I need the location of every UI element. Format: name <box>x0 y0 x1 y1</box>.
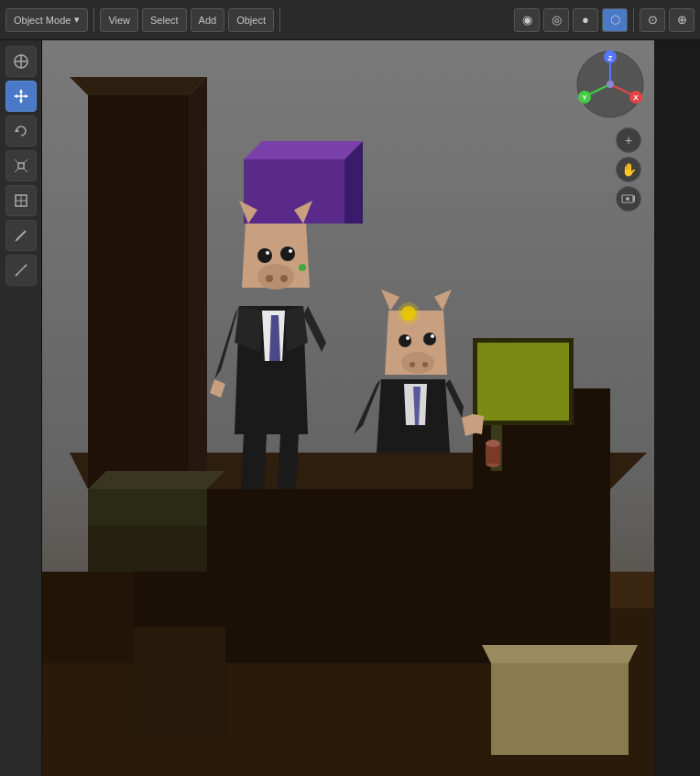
svg-line-22 <box>25 265 27 267</box>
3d-viewport[interactable]: Z X Y + ✋ <box>42 40 654 776</box>
move-icon <box>13 88 29 104</box>
svg-line-13 <box>15 169 18 172</box>
svg-point-79 <box>398 302 420 324</box>
svg-marker-37 <box>244 159 345 224</box>
transform-tool-btn[interactable] <box>5 185 37 216</box>
svg-marker-82 <box>88 471 225 489</box>
pan-view-btn[interactable]: ✋ <box>616 157 641 182</box>
svg-point-58 <box>266 275 273 282</box>
svg-point-56 <box>266 251 269 255</box>
svg-marker-7 <box>14 94 17 98</box>
svg-marker-88 <box>42 663 134 737</box>
measure-icon <box>13 262 29 279</box>
move-tool-btn[interactable] <box>5 81 37 112</box>
svg-marker-36 <box>477 343 569 421</box>
rotate-tool-btn[interactable] <box>5 115 37 147</box>
svg-point-72 <box>399 334 411 347</box>
svg-point-57 <box>289 249 292 253</box>
scale-tool-btn[interactable] <box>5 150 37 181</box>
svg-marker-80 <box>88 526 207 572</box>
svg-point-60 <box>299 264 306 271</box>
svg-point-54 <box>257 248 272 263</box>
svg-point-59 <box>280 275 288 282</box>
svg-point-75 <box>431 334 434 338</box>
cursor-icon <box>13 53 29 70</box>
svg-marker-49 <box>278 434 299 489</box>
svg-point-104 <box>626 197 629 201</box>
svg-point-51 <box>257 264 294 290</box>
svg-marker-38 <box>244 141 363 159</box>
annotate-tool-btn[interactable] <box>5 220 37 251</box>
svg-marker-67 <box>473 414 484 434</box>
left-tool-panel <box>0 40 42 776</box>
viewport-shading-rendered[interactable]: ● <box>573 8 598 32</box>
svg-text:X: X <box>633 93 639 102</box>
svg-marker-31 <box>189 77 207 489</box>
svg-marker-8 <box>25 94 28 98</box>
select-menu[interactable]: Select <box>142 8 187 32</box>
svg-marker-83 <box>491 663 629 755</box>
svg-point-69 <box>401 352 434 374</box>
top-toolbar: Object Mode ▾ View Select Add Object ◉ ◎… <box>0 0 700 40</box>
scale-icon <box>13 158 29 174</box>
svg-marker-6 <box>19 100 23 104</box>
svg-point-77 <box>422 362 428 367</box>
svg-marker-48 <box>241 434 267 489</box>
mode-dropdown-icon: ▾ <box>74 14 80 26</box>
separator-3 <box>633 8 634 32</box>
separator-1 <box>93 8 94 32</box>
viewport-shading-wireframe[interactable]: ⬡ <box>602 8 628 32</box>
svg-line-12 <box>24 159 27 163</box>
nav-gizmo-svg: Z X Y <box>574 48 647 121</box>
object-menu[interactable]: Object <box>228 8 274 32</box>
svg-marker-5 <box>19 89 23 93</box>
svg-point-74 <box>406 336 410 340</box>
svg-marker-29 <box>88 95 189 489</box>
svg-line-11 <box>15 159 18 163</box>
svg-point-76 <box>410 362 415 367</box>
scene-svg <box>42 40 654 776</box>
overlay-toggle[interactable]: ⊙ <box>640 8 665 32</box>
svg-point-55 <box>280 246 295 261</box>
svg-point-101 <box>607 81 614 88</box>
measure-tool-btn[interactable] <box>5 255 37 286</box>
svg-line-18 <box>16 231 26 240</box>
transform-icon <box>13 192 29 209</box>
svg-marker-90 <box>134 627 225 737</box>
svg-marker-42 <box>269 315 280 361</box>
annotate-icon <box>13 227 29 244</box>
svg-text:Y: Y <box>582 93 587 102</box>
object-mode-label: Object Mode <box>14 15 71 26</box>
viewport-shading-material[interactable]: ◎ <box>543 8 569 32</box>
gizmo-toggle[interactable]: ⊕ <box>669 8 695 32</box>
svg-marker-30 <box>70 77 207 95</box>
camera-view-btn[interactable] <box>616 186 641 212</box>
svg-point-73 <box>423 333 436 345</box>
rotate-icon <box>13 123 29 139</box>
separator-2 <box>279 8 280 32</box>
svg-marker-84 <box>482 645 638 663</box>
svg-marker-81 <box>88 489 207 526</box>
svg-rect-10 <box>18 163 24 169</box>
svg-point-87 <box>486 440 500 447</box>
view-menu[interactable]: View <box>100 8 138 32</box>
object-mode-dropdown[interactable]: Object Mode ▾ <box>5 8 88 32</box>
add-menu[interactable]: Add <box>191 8 225 32</box>
svg-line-14 <box>24 169 27 172</box>
svg-line-21 <box>16 274 17 276</box>
gizmo-buttons: + ✋ <box>616 127 641 212</box>
camera-icon <box>621 191 636 206</box>
nav-gizmo[interactable]: Z X Y <box>574 48 647 121</box>
cursor-tool-btn[interactable] <box>5 46 37 77</box>
zoom-in-btn[interactable]: + <box>616 127 641 153</box>
svg-text:Z: Z <box>608 54 613 62</box>
svg-marker-89 <box>42 572 134 663</box>
viewport-shading-solid[interactable]: ◉ <box>514 8 540 32</box>
